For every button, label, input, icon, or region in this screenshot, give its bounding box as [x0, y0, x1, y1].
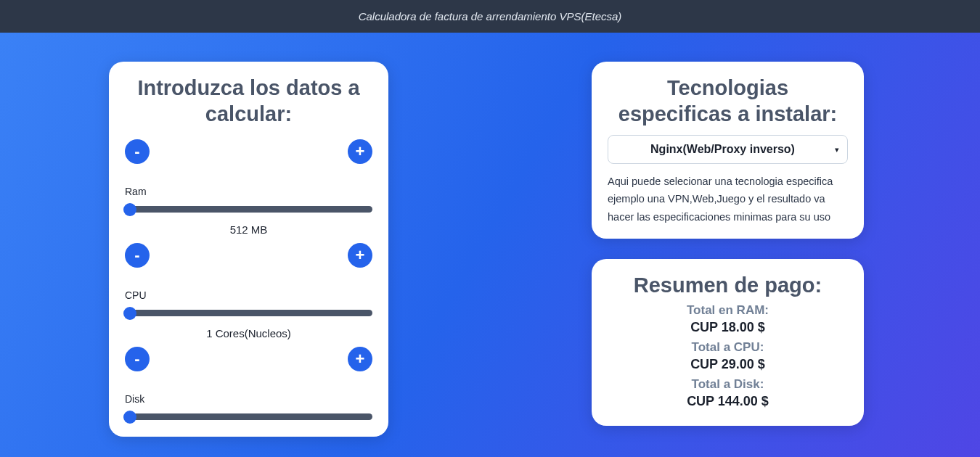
tech-panel-heading: Tecnologias especificas a instalar:: [608, 75, 848, 128]
tech-panel: Tecnologias especificas a instalar: Ngin…: [592, 62, 864, 239]
summary-ram-value: CUP 18.00 $: [608, 318, 848, 337]
disk-slider-track: [125, 413, 372, 420]
input-panel: Introduzca los datos a calcular: - + Ram…: [109, 62, 388, 437]
cpu-slider-thumb[interactable]: [123, 307, 136, 320]
tech-description: Aqui puede selecionar una tecnologia esp…: [608, 173, 848, 226]
cpu-value: 1 Cores(Nucleos): [125, 327, 372, 339]
disk-slider[interactable]: [125, 411, 372, 424]
disk-slider-thumb[interactable]: [123, 411, 136, 424]
summary-block: Total en RAM: CUP 18.00 $ Total a CPU: C…: [608, 302, 848, 411]
ram-stepper-row: - +: [125, 139, 372, 164]
summary-disk-label: Total a Disk:: [608, 376, 848, 393]
disk-plus-button[interactable]: +: [348, 347, 372, 371]
disk-label: Disk: [125, 393, 372, 405]
cpu-slider[interactable]: [125, 307, 372, 320]
disk-minus-button[interactable]: -: [125, 347, 150, 371]
tech-select-wrap: Nginx(Web/Proxy inverso) ▾: [608, 135, 848, 164]
summary-cpu-label: Total a CPU:: [608, 339, 848, 356]
ram-minus-button[interactable]: -: [125, 139, 150, 164]
disk-stepper-row: - +: [125, 347, 372, 371]
right-column: Tecnologias especificas a instalar: Ngin…: [592, 62, 864, 426]
summary-cpu-value: CUP 29.00 $: [608, 355, 848, 374]
main-container: Introduzca los datos a calcular: - + Ram…: [0, 33, 980, 437]
summary-panel: Resumen de pago: Total en RAM: CUP 18.00…: [592, 259, 864, 425]
summary-disk-value: CUP 144.00 $: [608, 392, 848, 411]
ram-slider[interactable]: [125, 203, 372, 216]
ram-plus-button[interactable]: +: [348, 139, 372, 164]
cpu-minus-button[interactable]: -: [125, 243, 150, 268]
cpu-label: CPU: [125, 289, 372, 301]
ram-label: Ram: [125, 186, 372, 197]
tech-select[interactable]: Nginx(Web/Proxy inverso): [608, 135, 848, 164]
app-header: Calculadora de factura de arrendamiento …: [0, 0, 980, 33]
summary-heading: Resumen de pago:: [608, 272, 848, 298]
summary-ram-label: Total en RAM:: [608, 302, 848, 319]
ram-slider-track: [125, 206, 372, 213]
cpu-plus-button[interactable]: +: [348, 243, 372, 268]
input-panel-heading: Introduzca los datos a calcular:: [125, 75, 372, 128]
ram-value: 512 MB: [125, 223, 372, 236]
cpu-slider-track: [125, 310, 372, 316]
app-title: Calculadora de factura de arrendamiento …: [359, 10, 622, 22]
ram-slider-thumb[interactable]: [123, 203, 136, 216]
cpu-stepper-row: - +: [125, 243, 372, 268]
